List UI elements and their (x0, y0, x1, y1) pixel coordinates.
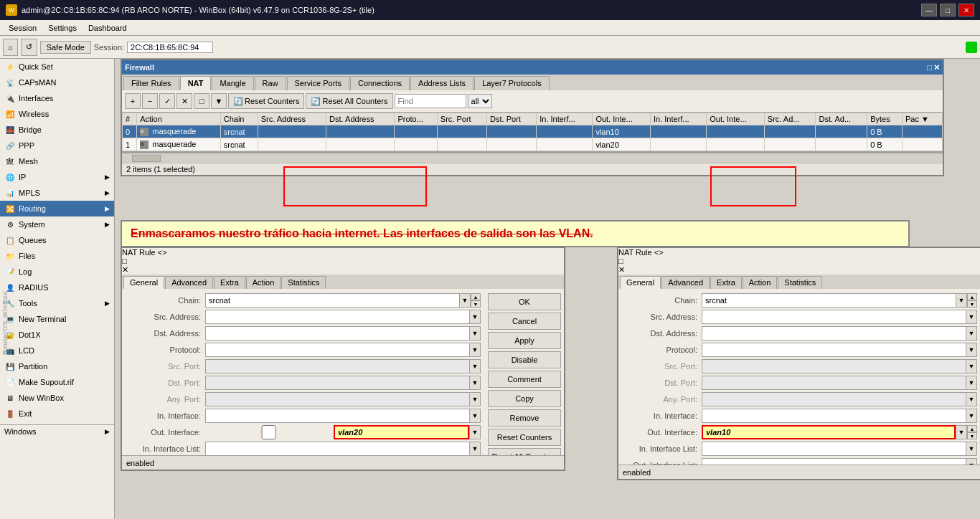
sidebar-item-routing[interactable]: 🔀 Routing ▶ (0, 201, 114, 216)
sidebar-item-capsman[interactable]: 📡 CAPsMAN (0, 75, 114, 90)
tab-connections[interactable]: Connections (350, 76, 410, 90)
fw-find-select[interactable]: all (468, 94, 492, 108)
nat-rule-1-minimize[interactable]: □ (122, 257, 564, 265)
sidebar-item-lcd[interactable]: 📺 LCD (0, 343, 114, 358)
sidebar-item-new-winbox[interactable]: 🖥 New WinBox (0, 390, 114, 406)
sidebar-item-ppp[interactable]: 🔗 PPP (0, 138, 114, 153)
nat-rule-1-in-iface-input[interactable] (205, 409, 469, 423)
nat-rule-1-copy-button[interactable]: Copy (488, 390, 561, 407)
chain-dropdown-btn[interactable]: ▼ (459, 293, 471, 308)
dst-addr-2-dropdown-btn[interactable]: ▼ (966, 326, 977, 341)
nat-rule-1-remove-button[interactable]: Remove (488, 409, 561, 427)
sidebar-item-radius[interactable]: 👤 RADIUS (0, 280, 114, 295)
out-iface-2-up-btn[interactable]: ▲ (967, 425, 977, 432)
src-addr-2-dropdown-btn[interactable]: ▼ (966, 310, 977, 324)
src-port-dropdown-btn[interactable]: ▼ (469, 359, 481, 373)
table-row[interactable]: 1 ≡ masquerade srcnat vlan20 (123, 138, 943, 151)
sidebar-item-log[interactable]: 📝 Log (0, 264, 114, 280)
sidebar-item-system[interactable]: ⚙ System ▶ (0, 216, 114, 232)
nat-rule-1-tab-statistics[interactable]: Statistics (281, 276, 326, 289)
sidebar-item-exit[interactable]: 🚪 Exit (0, 406, 114, 422)
menu-settings[interactable]: Settings (42, 22, 83, 34)
sidebar-item-new-terminal[interactable]: 💻 New Terminal (0, 311, 114, 327)
nat-rule-1-disable-button[interactable]: Disable (488, 351, 561, 368)
nat-rule-2-close[interactable]: ✕ (618, 265, 980, 275)
table-row[interactable]: 0 ≡ masquerade srcnat vlan10 (123, 125, 943, 138)
nat-rule-2-minimize[interactable]: □ (618, 257, 980, 265)
nat-rule-2-in-iface-input[interactable] (702, 409, 966, 423)
nat-rule-1-dst-port-input[interactable] (205, 376, 469, 390)
scrollbar-thumb[interactable] (132, 155, 161, 162)
any-port-dropdown-btn[interactable]: ▼ (469, 392, 481, 406)
sidebar-item-queues[interactable]: 📋 Queues (0, 232, 114, 248)
fw-edit-button[interactable]: ✓ (159, 93, 175, 109)
sidebar-item-wireless[interactable]: 📶 Wireless (0, 106, 114, 122)
tab-filter-rules[interactable]: Filter Rules (123, 76, 179, 90)
fw-delete-button[interactable]: ✕ (176, 93, 192, 109)
nat-rule-1-comment-button[interactable]: Comment (488, 371, 561, 388)
in-iface-2-dropdown-btn[interactable]: ▼ (966, 409, 977, 423)
nat-rule-2-tab-advanced[interactable]: Advanced (661, 276, 710, 289)
nat-rule-1-any-port-input[interactable] (205, 392, 469, 406)
in-iface-list-dropdown-btn[interactable]: ▼ (469, 442, 481, 456)
fw-remove-button[interactable]: − (142, 93, 158, 109)
refresh-button[interactable]: ↺ (21, 39, 37, 56)
in-iface-dropdown-btn[interactable]: ▼ (469, 409, 481, 423)
menu-dashboard[interactable]: Dashboard (83, 22, 133, 34)
fw-copy-button[interactable]: □ (194, 93, 209, 109)
tab-nat[interactable]: NAT (180, 76, 212, 90)
protocol-2-dropdown-btn[interactable]: ▼ (966, 343, 977, 357)
nat-rule-2-dst-addr-input[interactable] (702, 326, 966, 341)
nat-rule-1-tab-advanced[interactable]: Advanced (165, 276, 213, 289)
in-iface-list-2-dropdown-btn[interactable]: ▼ (966, 442, 977, 456)
out-iface-2-down-btn[interactable]: ▼ (967, 432, 977, 439)
tab-layer7-protocols[interactable]: Layer7 Protocols (474, 76, 550, 90)
sidebar-item-tools[interactable]: 🔧 Tools ▶ (0, 295, 114, 311)
nat-rule-2-tab-statistics[interactable]: Statistics (778, 276, 822, 289)
nat-rule-1-apply-button[interactable]: Apply (488, 332, 561, 349)
protocol-dropdown-btn[interactable]: ▼ (469, 343, 481, 357)
menu-session[interactable]: Session (3, 22, 42, 34)
fw-find-input[interactable] (395, 94, 466, 108)
firewall-close-button[interactable]: ✕ (933, 63, 940, 72)
nat-rule-1-src-port-input[interactable] (205, 359, 469, 373)
sidebar-item-dot1x[interactable]: 🔐 Dot1X (0, 327, 114, 343)
table-scrollbar[interactable] (122, 153, 943, 163)
dst-port-2-dropdown-btn[interactable]: ▼ (966, 376, 977, 390)
nat-rule-2-tab-action[interactable]: Action (743, 276, 778, 289)
src-port-2-dropdown-btn[interactable]: ▼ (966, 359, 977, 373)
nat-rule-2-protocol-input[interactable] (702, 343, 966, 357)
nat-rule-2-any-port-input[interactable] (702, 392, 966, 406)
dst-port-dropdown-btn[interactable]: ▼ (469, 376, 481, 390)
nat-rule-2-tab-general[interactable]: General (620, 276, 661, 289)
sidebar-item-mpls[interactable]: 📊 MPLS ▶ (0, 185, 114, 201)
sidebar-item-make-supout[interactable]: 📄 Make Supout.rif (0, 374, 114, 390)
sidebar-item-windows[interactable]: Windows ▶ (0, 424, 114, 438)
chain-2-up-btn[interactable]: ▲ (967, 293, 977, 300)
nat-rule-1-in-iface-list-input[interactable] (205, 442, 469, 456)
chain-2-dropdown-btn[interactable]: ▼ (956, 293, 967, 308)
sidebar-item-bridge[interactable]: 🌉 Bridge (0, 122, 114, 138)
out-iface-dropdown-btn[interactable]: ▼ (469, 425, 481, 439)
nat-rule-1-dst-addr-input[interactable] (205, 326, 469, 341)
tab-mangle[interactable]: Mangle (212, 76, 253, 90)
maximize-button[interactable]: □ (940, 4, 956, 16)
fw-filter-button[interactable]: ▼ (211, 93, 227, 109)
nat-rule-1-src-addr-input[interactable] (205, 310, 469, 324)
nat-rule-1-reset-counters-button[interactable]: Reset Counters (488, 429, 561, 446)
nat-rule-1-ok-button[interactable]: OK (488, 293, 561, 310)
chain-up-btn[interactable]: ▲ (471, 293, 481, 300)
nat-rule-1-cancel-button[interactable]: Cancel (488, 313, 561, 330)
sidebar-item-interfaces[interactable]: 🔌 Interfaces (0, 90, 114, 106)
nat-rule-1-tab-extra[interactable]: Extra (214, 276, 245, 289)
nat-rule-2-src-port-input[interactable] (702, 359, 966, 373)
home-button[interactable]: ⌂ (3, 39, 18, 56)
nat-rule-1-protocol-input[interactable] (205, 343, 469, 357)
nat-rule-1-chain-input[interactable] (205, 293, 459, 308)
nat-rule-1-tab-general[interactable]: General (123, 276, 164, 289)
any-port-2-dropdown-btn[interactable]: ▼ (966, 392, 977, 406)
sidebar-item-mesh[interactable]: 🕸 Mesh (0, 153, 114, 169)
out-iface-negate-checkbox[interactable] (205, 425, 332, 439)
nat-rule-1-close[interactable]: ✕ (122, 265, 564, 275)
nat-rule-2-dst-port-input[interactable] (702, 376, 966, 390)
